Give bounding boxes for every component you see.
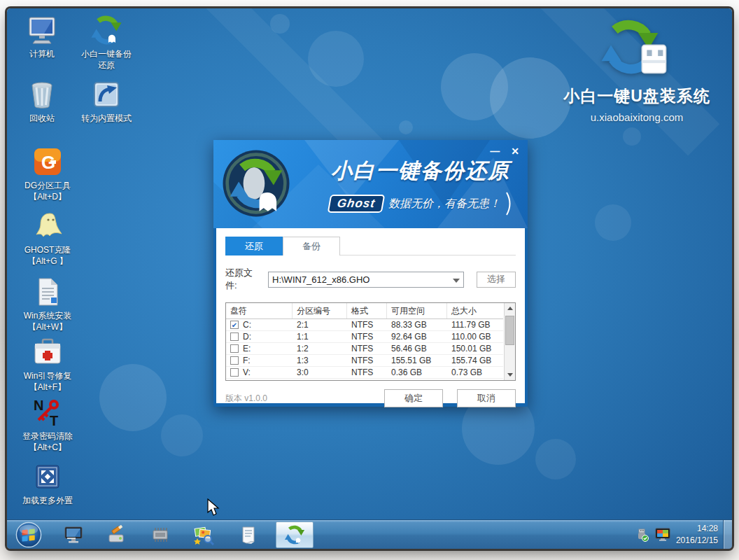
desktop-icon-label: 回收站 — [15, 113, 69, 124]
combobox-dropdown-icon[interactable] — [453, 279, 460, 283]
dialog-header-text: 小白一键备份还原 Ghost 数据无价，有备无患！ — [320, 157, 521, 216]
dialog-logo-icon — [222, 149, 290, 218]
choose-file-button[interactable]: 选择 — [477, 272, 516, 288]
tray-time: 14:28 — [676, 523, 718, 535]
backup-restore-dialog: 小白一键备份还原 Ghost 数据无价，有备无患！ — ✕ 还原 备份 — [213, 140, 528, 407]
table-row[interactable]: F: 1:3 NTFS 155.51 GB 155.74 GB — [226, 355, 503, 367]
show-desktop-button[interactable] — [723, 520, 732, 549]
column-header-format: 格式 — [347, 303, 387, 318]
dialog-slogan: 数据无价，有备无患！ — [388, 197, 500, 211]
table-row[interactable]: D: 1:1 NTFS 92.64 GB 110.00 GB — [226, 331, 503, 343]
table-row[interactable]: E: 1:2 NTFS 56.46 GB 150.01 GB — [226, 343, 503, 355]
drive-letter: C: — [243, 320, 251, 330]
taskbar-disk-tool-button[interactable] — [105, 524, 129, 546]
brand-url: u.xiaobaixitong.com — [546, 111, 728, 123]
desktop: 计算机 小白一键备份还原 回收站 转为内置模式 G DG分区工具【Alt+D】 — [7, 8, 732, 549]
ghost-badge: Ghost — [328, 195, 386, 213]
version-label: 版本 v1.0.0 — [225, 393, 267, 405]
internal-mode-icon — [67, 78, 146, 111]
desktop-icon-boot-repair[interactable]: Win引导修复【Alt+F】 — [8, 336, 87, 393]
drive-letter: D: — [243, 332, 251, 342]
bubble-decor — [399, 120, 413, 134]
tab-restore[interactable]: 还原 — [225, 237, 283, 255]
scrollbar-thumb[interactable] — [505, 316, 514, 345]
desktop-icon-label: DG分区工具【Alt+D】 — [8, 180, 87, 202]
usb-tray-icon[interactable] — [635, 528, 649, 542]
bubble-decor — [595, 204, 631, 241]
usb-cycle-logo-icon — [595, 17, 679, 81]
brand-title: 小白一键U盘装系统 — [546, 85, 728, 107]
row-checkbox[interactable] — [230, 368, 239, 377]
ghost-icon — [8, 210, 87, 242]
tray-clock[interactable]: 14:28 2016/12/15 — [676, 523, 718, 547]
bubble-decor — [161, 414, 203, 456]
desktop-icon-label: 转为内置模式 — [67, 113, 146, 124]
row-checkbox[interactable] — [230, 332, 239, 341]
taskbar-backup-app-button[interactable] — [276, 522, 314, 548]
desktop-icon-internal-mode[interactable]: 转为内置模式 — [67, 78, 146, 124]
ok-button[interactable]: 确定 — [384, 389, 443, 407]
row-checkbox[interactable]: ✔ — [230, 321, 239, 329]
svg-text:T: T — [50, 413, 58, 428]
desktop-icon-password-clear[interactable]: NT 登录密码清除【Alt+C】 — [8, 396, 87, 453]
boot-repair-icon — [8, 336, 87, 368]
drive-letter: F: — [243, 356, 251, 365]
desktop-icon-label: 小白一键备份还原 — [67, 48, 146, 71]
restore-file-input[interactable] — [269, 272, 463, 287]
column-header-drive: 盘符 — [226, 303, 293, 318]
tab-backup[interactable]: 备份 — [283, 237, 340, 255]
taskbar-image-viewer-button[interactable] — [192, 524, 216, 546]
table-row[interactable]: ✔C: 2:1 NTFS 88.33 GB 111.79 GB — [226, 319, 503, 331]
bubble-decor — [99, 364, 167, 431]
start-button[interactable] — [15, 522, 42, 548]
taskbar-notepad-button[interactable] — [237, 524, 260, 546]
cancel-button[interactable]: 取消 — [457, 389, 516, 407]
desktop-icon-label: 登录密码清除【Alt+C】 — [8, 430, 87, 453]
svg-text:N: N — [34, 398, 43, 413]
restore-file-label: 还原文件: — [225, 267, 263, 292]
tab-bar: 还原 备份 — [225, 237, 516, 255]
tray-date: 2016/12/15 — [676, 535, 718, 547]
taskbar: 14:28 2016/12/15 — [7, 519, 732, 549]
partition-tool-icon: G — [8, 146, 87, 178]
scrollbar-down-icon[interactable] — [505, 370, 515, 380]
bubble-decor — [623, 127, 641, 146]
taskbar-display-settings-button[interactable] — [62, 524, 85, 546]
notepad-icon — [238, 524, 259, 545]
slogan-arc-decor — [505, 192, 512, 216]
desktop-icon-computer[interactable]: 计算机 — [15, 14, 69, 59]
desktop-icon-label: Win系统安装【Alt+W】 — [8, 310, 87, 332]
dialog-body: 还原 备份 还原文件: 选择 盘符 分区编号 格式 — [216, 228, 525, 403]
desktop-icon-backup-restore[interactable]: 小白一键备份还原 — [67, 14, 146, 71]
dialog-title: 小白一键备份还原 — [320, 157, 521, 186]
row-checkbox[interactable] — [230, 344, 239, 353]
mouse-cursor — [207, 498, 220, 517]
disk-brush-icon — [106, 524, 127, 545]
taskbar-memory-button[interactable] — [148, 524, 172, 546]
desktop-icon-label: Win引导修复【Alt+F】 — [8, 370, 87, 393]
table-scrollbar[interactable] — [504, 303, 515, 380]
desktop-icon-recycle-bin[interactable]: 回收站 — [15, 78, 69, 124]
desktop-icon-label: 加载更多外置 — [8, 495, 87, 506]
screen-frame: 计算机 小白一键备份还原 回收站 转为内置模式 G DG分区工具【Alt+D】 — [0, 0, 739, 560]
scrollbar-up-icon[interactable] — [505, 303, 515, 314]
password-clear-icon: NT — [8, 396, 87, 428]
close-button[interactable]: ✕ — [511, 146, 519, 157]
table-header-row: 盘符 分区编号 格式 可用空间 总大小 — [226, 303, 503, 319]
window-controls: — ✕ — [490, 146, 519, 157]
desktop-icon-load-more[interactable]: 加载更多外置 — [8, 461, 87, 506]
column-header-total: 总大小 — [447, 303, 503, 318]
desktop-icon-win-install[interactable]: Win系统安装【Alt+W】 — [8, 276, 87, 332]
win-install-icon — [8, 276, 87, 308]
desktop-icon-partition-tool[interactable]: G DG分区工具【Alt+D】 — [8, 146, 87, 202]
display-color-tray-icon[interactable] — [655, 528, 670, 542]
restore-file-row: 还原文件: 选择 — [225, 267, 516, 292]
minimize-button[interactable]: — — [490, 146, 500, 157]
column-header-partition: 分区编号 — [293, 303, 347, 318]
dialog-footer: 版本 v1.0.0 确定 取消 — [225, 389, 516, 407]
computer-icon — [15, 14, 69, 46]
desktop-icon-ghost-clone[interactable]: GHOST克隆【Alt+G 】 — [8, 210, 87, 267]
row-checkbox[interactable] — [230, 356, 239, 365]
table-row[interactable]: V: 3:0 NTFS 0.36 GB 0.73 GB — [226, 367, 503, 379]
restore-file-combobox[interactable] — [268, 272, 464, 288]
